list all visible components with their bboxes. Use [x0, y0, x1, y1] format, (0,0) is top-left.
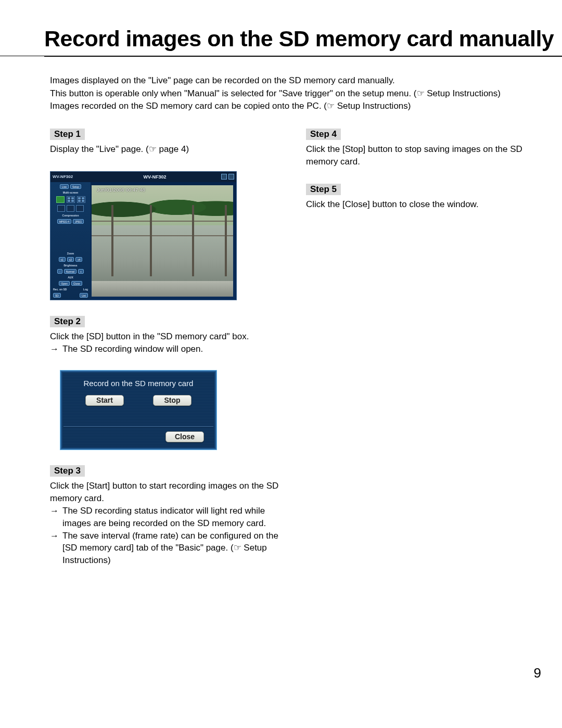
brightness-label: Brightness: [52, 264, 89, 267]
step-5-body: Click the [Close] button to close the wi…: [306, 198, 546, 211]
aux-label: AUX: [52, 276, 89, 279]
pointer-icon: ☞: [234, 543, 241, 553]
intro-line-3b: Setup Instructions): [335, 101, 411, 111]
compression-label: Compression: [52, 214, 89, 217]
arrow-icon: →: [50, 505, 62, 530]
arrow-icon: →: [50, 343, 62, 355]
intro-line-1: Images displayed on the "Live" page can …: [50, 75, 395, 85]
step-4-body: Click the [Stop] button to stop saving i…: [306, 143, 546, 168]
multiscreen-label: Multi-screen: [52, 191, 89, 194]
start-button[interactable]: Start: [85, 395, 124, 406]
zoom-x1-button[interactable]: x1: [59, 257, 66, 262]
step-5-tag: Step 5: [306, 184, 341, 195]
zoom-label: Zoom: [52, 252, 89, 255]
figure-sd-record-window: Record on the SD memory card Start Stop …: [60, 371, 216, 450]
svg-rect-5: [82, 197, 84, 199]
timestamp-overlay: Jun/01/2008 00:47:48: [97, 187, 145, 193]
audio-icon: [221, 174, 227, 180]
step-2-line1: Click the [SD] button in the "SD memory …: [50, 330, 290, 343]
single-view-button[interactable]: [56, 196, 65, 203]
step-4-tag: Step 4: [306, 129, 341, 140]
svg-rect-3: [71, 200, 74, 202]
svg-rect-0: [68, 197, 70, 199]
mpeg4-button[interactable]: MPEG-4: [57, 219, 71, 224]
pointer-icon: ☞: [327, 101, 335, 111]
step-1-text-a: Display the "Live" page. (: [50, 144, 149, 154]
step-3-arrow1: The SD recording status indicator will l…: [62, 505, 290, 530]
intro-line-3a: Images recorded on the SD memory card ca…: [50, 101, 327, 111]
live-sidebar: Live Setup Multi-screen: [50, 182, 91, 300]
stop-button[interactable]: Stop: [153, 395, 191, 406]
step-1-tag: Step 1: [50, 129, 85, 140]
sd-button[interactable]: SD: [53, 293, 61, 298]
step-2-body: Click the [SD] button in the "SD memory …: [50, 330, 290, 355]
figure-live-page: WV-NF302 WV-NF302 Live Setup Multi-scree…: [50, 171, 237, 300]
aux-close-button[interactable]: Close: [71, 281, 82, 286]
setup-button[interactable]: Setup: [70, 184, 81, 189]
log-list-button[interactable]: List: [80, 293, 88, 298]
live-button[interactable]: Live: [60, 184, 69, 189]
svg-rect-7: [82, 200, 84, 202]
sd-window-title: Record on the SD memory card: [61, 372, 215, 388]
intro-line-2a: This button is operable only when "Manua…: [50, 88, 417, 98]
multi-view-icon[interactable]: [76, 205, 84, 212]
quad-view-icon[interactable]: [67, 196, 75, 203]
pointer-icon: ☞: [417, 88, 425, 98]
multi-view-icon[interactable]: [57, 205, 65, 212]
svg-rect-6: [78, 200, 81, 202]
multi-view-icon[interactable]: [67, 205, 74, 212]
arrow-icon: →: [50, 530, 62, 567]
close-button[interactable]: Close: [165, 431, 204, 442]
camera-title: WV-NF302: [128, 174, 167, 180]
zoom-x2-button[interactable]: x2: [67, 257, 74, 262]
step-2-arrow-text: The SD recording window will open.: [62, 343, 203, 355]
svg-rect-2: [68, 200, 70, 202]
svg-rect-1: [71, 197, 74, 199]
svg-rect-4: [78, 197, 81, 199]
brightness-normal-button[interactable]: Normal: [64, 269, 76, 274]
camera-model-small: WV-NF302: [53, 174, 73, 179]
step-3-line1: Click the [Start] button to start record…: [50, 480, 290, 505]
intro-paragraph: Images displayed on the "Live" page can …: [0, 57, 562, 113]
step-1-text-b: page 4): [157, 144, 189, 154]
step-3-arrow2: The save interval (frame rate) can be co…: [62, 530, 290, 567]
jpeg-button[interactable]: JPEG: [73, 219, 84, 224]
left-column: Step 1 Display the "Live" page. (☞ page …: [50, 129, 290, 582]
step-3-tag: Step 3: [50, 465, 85, 477]
brightness-minus-button[interactable]: -: [57, 269, 62, 274]
page-heading: Record images on the SD memory card manu…: [0, 26, 562, 56]
intro-line-2b: Setup Instructions): [425, 88, 501, 98]
right-column: Step 4 Click the [Stop] button to stop s…: [306, 129, 546, 582]
sd-status-icon: [228, 174, 234, 180]
page-number: 9: [534, 665, 541, 681]
step-1-body: Display the "Live" page. (☞ page 4): [50, 143, 290, 156]
step-2-tag: Step 2: [50, 316, 85, 327]
zoom-x4-button[interactable]: x4: [75, 257, 82, 262]
quad-view-icon[interactable]: [77, 196, 85, 203]
aux-open-button[interactable]: Open: [59, 281, 69, 286]
rec-on-sd-label: Rec. on SD: [53, 288, 67, 291]
camera-view: Jun/01/2008 00:47:48: [92, 185, 233, 297]
log-label: Log: [83, 288, 88, 291]
step-3-body: Click the [Start] button to start record…: [50, 480, 290, 567]
brightness-plus-button[interactable]: +: [78, 269, 84, 274]
document-page: Record images on the SD memory card manu…: [0, 0, 562, 728]
pointer-icon: ☞: [149, 144, 157, 154]
